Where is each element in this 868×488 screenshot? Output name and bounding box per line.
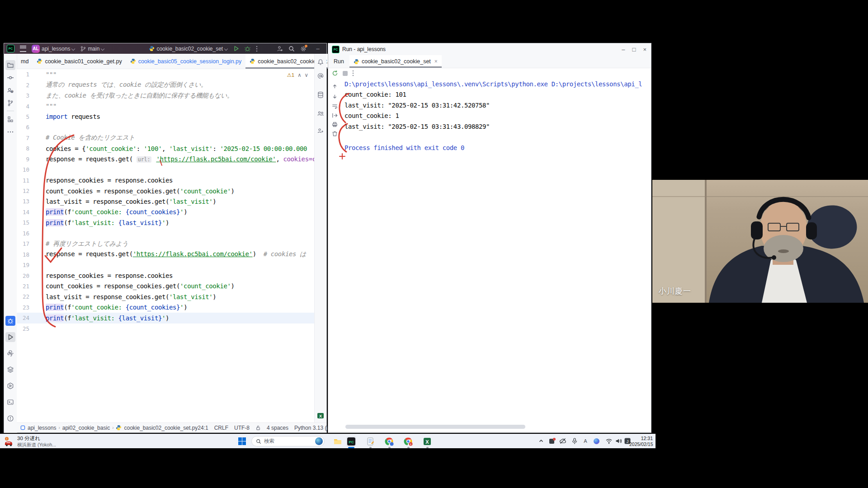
code-line-16[interactable]: 16	[17, 228, 326, 239]
notifications-icon[interactable]	[316, 58, 325, 66]
code-line-14[interactable]: 14print(f'count_cookie: {count_cookies}'…	[17, 207, 326, 217]
more-icon[interactable]	[5, 127, 15, 137]
more-actions-button[interactable]	[256, 46, 258, 52]
scroll-up-icon[interactable]	[331, 83, 338, 90]
start-button[interactable]	[238, 437, 246, 445]
taskbar-app-pycharm[interactable]: PC	[346, 436, 356, 446]
breadcrumb-item[interactable]: cookie_basic02_cookie_set.py	[124, 425, 198, 431]
code-line-8[interactable]: 8cookies = {'count_cookie': '100', 'last…	[17, 143, 326, 154]
readonly-lock-icon[interactable]	[255, 425, 261, 431]
code-line-12[interactable]: 12count_cookies = response_cookies.get('…	[17, 186, 326, 196]
microphone-icon[interactable]	[571, 437, 579, 445]
tab-cookie_basic05_cookie_session_login-py[interactable]: cookie_basic05_cookie_session_login.py	[126, 54, 246, 69]
debug-button[interactable]	[245, 46, 250, 52]
minimize-button[interactable]: –	[622, 46, 625, 53]
terminal-icon[interactable]	[5, 397, 15, 407]
code-line-9[interactable]: 9response = requests.get( url: 'https://…	[17, 154, 326, 164]
excel-plugin-icon[interactable]: X	[316, 412, 325, 420]
code-line-5[interactable]: 5import requests	[17, 112, 326, 122]
code-line-13[interactable]: 13last_visit = response_cookies.get('las…	[17, 196, 326, 206]
project-folder-icon[interactable]	[5, 60, 15, 70]
code-line-23[interactable]: 23print(f'count_cookie: {count_cookies}'…	[17, 302, 326, 313]
scroll-to-end-icon[interactable]	[331, 112, 338, 119]
taskbar-app-file-explorer[interactable]	[333, 436, 343, 446]
problems-icon[interactable]	[5, 413, 15, 423]
chevron-up-icon[interactable]	[537, 437, 545, 445]
breadcrumb[interactable]: api_lessons›api02_cookie_basic›cookie_ba…	[20, 425, 198, 431]
soft-wrap-icon[interactable]	[331, 103, 338, 110]
tab-md[interactable]: md	[17, 54, 33, 69]
code-editor[interactable]: ⚠1 ∧ ∨ 1"""2通常の requests では、cookie の設定が面…	[17, 69, 326, 424]
code-line-6[interactable]: 6	[17, 122, 326, 132]
copilot-icon[interactable]	[592, 437, 600, 445]
wifi-icon[interactable]	[605, 437, 613, 445]
stop-icon[interactable]	[343, 71, 348, 76]
code-line-7[interactable]: 7# Cookie を含めたリクエスト	[17, 133, 326, 143]
code-line-20[interactable]: 20response_cookies = response.cookies	[17, 270, 326, 281]
minimize-button[interactable]: –	[313, 45, 323, 52]
run-tab[interactable]: cookie_basic02_cookie_set ×	[349, 55, 442, 68]
taskbar-app-chrome-profile-1[interactable]	[384, 436, 394, 446]
cloud-off-icon[interactable]	[559, 437, 567, 445]
code-line-1[interactable]: 1"""	[17, 69, 326, 80]
clear-icon[interactable]	[331, 130, 338, 137]
rerun-icon[interactable]	[332, 70, 338, 76]
code-line-21[interactable]: 21count_cookies = response_cookies.get('…	[17, 281, 326, 291]
code-line-17[interactable]: 17# 再度リクエストしてみよう	[17, 239, 326, 249]
console-output[interactable]: D:\projects\lessons\api_lessons\.venv\Sc…	[342, 79, 651, 422]
maximize-button[interactable]: □	[632, 46, 636, 53]
user-plus-icon[interactable]	[316, 127, 325, 135]
python-console-icon[interactable]	[5, 348, 15, 358]
tab-cookie_basic01_cookie_get-py[interactable]: cookie_basic01_cookie_get.py	[33, 54, 126, 69]
code-with-me-button[interactable]	[277, 46, 283, 52]
next-problem-button[interactable]: ∨	[305, 72, 308, 78]
taskbar-search[interactable]: 検索	[251, 436, 325, 446]
code-line-25[interactable]: 25	[17, 324, 326, 334]
services-icon[interactable]	[5, 365, 15, 375]
code-line-22[interactable]: 22last_visit = response_cookies.get('las…	[17, 291, 326, 302]
code-line-18[interactable]: 18response = requests.get('https://flask…	[17, 249, 326, 259]
breadcrumb-item[interactable]: api_lessons	[28, 425, 56, 431]
horizontal-scrollbar[interactable]	[345, 425, 525, 429]
widgets-button[interactable]: ! 30 分遅れ 横浜新道 (Yokoh...	[4, 435, 56, 448]
kebab-icon[interactable]	[352, 70, 354, 76]
taskbar-app-chrome-profile-2[interactable]: k	[403, 436, 413, 446]
taskbar-clock[interactable]: 12:31 2025/02/15	[629, 436, 653, 447]
run-anything-icon[interactable]	[5, 381, 15, 391]
collaboration-icon[interactable]	[316, 110, 325, 118]
inspection-widget[interactable]: ⚠1 ∧ ∨	[287, 72, 308, 78]
git-graph-icon[interactable]	[5, 98, 15, 108]
code-line-4[interactable]: 4"""	[17, 101, 326, 111]
search-everywhere-button[interactable]	[288, 46, 295, 52]
code-line-3[interactable]: 3また、cookie を受け取ったときに自動的に保存する機能もない。	[17, 90, 326, 101]
debug-icon[interactable]	[5, 316, 15, 326]
code-line-19[interactable]: 19	[17, 260, 326, 270]
run-icon[interactable]	[5, 332, 15, 342]
status-item[interactable]: CRLF	[214, 425, 228, 431]
commit-icon[interactable]	[5, 73, 15, 83]
main-menu-button[interactable]	[20, 46, 26, 52]
project-widget[interactable]: AL api_lessons	[32, 45, 75, 53]
code-line-2[interactable]: 2通常の requests では、cookie の設定が面倒くさい。	[17, 80, 326, 90]
run-button[interactable]	[233, 46, 239, 52]
status-item[interactable]: 24:1	[198, 425, 208, 431]
database-icon[interactable]	[316, 91, 325, 99]
taskbar-app-notepad[interactable]	[365, 436, 375, 446]
prev-problem-button[interactable]: ∧	[297, 72, 301, 78]
settings-button[interactable]	[300, 46, 307, 52]
ai-chat-icon[interactable]: ?	[5, 85, 15, 95]
volume-icon[interactable]	[614, 437, 623, 445]
vcs-branch-widget[interactable]: main	[80, 46, 104, 52]
taskbar-app-excel[interactable]: X	[422, 436, 432, 446]
scroll-down-icon[interactable]	[331, 93, 338, 100]
print-icon[interactable]	[331, 121, 338, 128]
close-tab-icon[interactable]: ×	[434, 58, 438, 65]
status-item[interactable]: 4 spaces	[267, 425, 288, 431]
code-line-24[interactable]: 24print(f'last_visit: {last_visit}')	[17, 313, 326, 323]
code-line-10[interactable]: 10	[17, 164, 326, 175]
structure-icon[interactable]	[5, 114, 15, 124]
run-config-widget[interactable]: cookie_basic02_cookie_set	[149, 46, 228, 52]
pinned-badge-icon[interactable]	[548, 437, 556, 445]
code-line-15[interactable]: 15print(f'last_visit: {last_visit}')	[17, 217, 326, 228]
code-line-11[interactable]: 11response_cookies = response.cookies	[17, 175, 326, 185]
